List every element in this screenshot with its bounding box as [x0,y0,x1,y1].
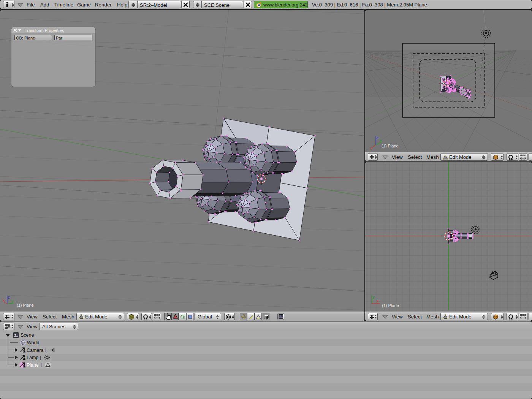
svg-text:|: | [40,355,41,360]
svg-text:(1) Plane: (1) Plane [17,303,34,307]
svg-text:(1) Plane: (1) Plane [382,303,399,308]
svg-text:Camera: Camera [27,348,44,353]
svg-text:y: y [373,295,375,299]
svg-text:y: y [11,299,13,303]
svg-text:Lamp: Lamp [27,355,38,360]
svg-text:x: x [377,299,378,303]
svg-text:y: y [380,138,382,142]
svg-text:Plane: Plane [27,363,39,368]
svg-text:z: z [376,136,378,140]
svg-text:x: x [3,298,5,302]
svg-text:Scene: Scene [21,332,34,338]
svg-text:|: | [45,348,46,352]
svg-text:World: World [27,340,39,345]
svg-text:z: z [8,295,10,299]
svg-text:|: | [41,363,42,367]
svg-text:x: x [370,146,372,150]
svg-text:(1) Plane: (1) Plane [382,144,399,148]
